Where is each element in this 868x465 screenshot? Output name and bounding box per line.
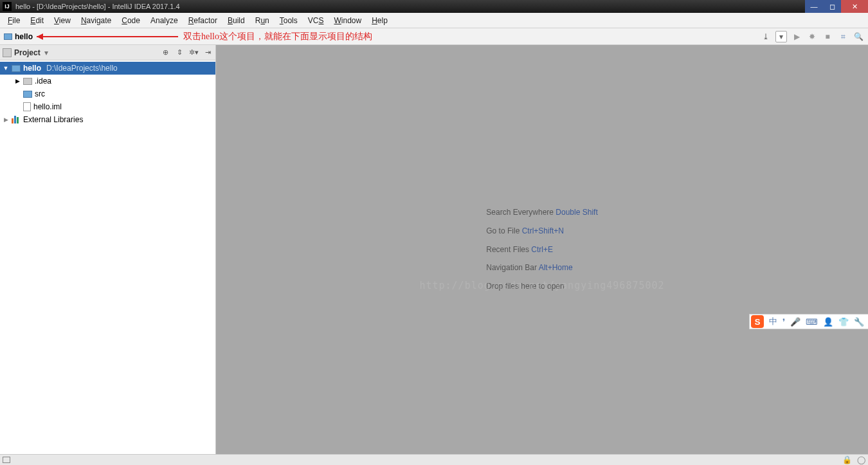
menu-build[interactable]: Build <box>222 14 250 27</box>
tree-item-label: External Libraries <box>23 115 83 124</box>
status-right: 🔒 ◯ <box>842 455 865 464</box>
ime-logo-icon[interactable]: S <box>751 315 764 328</box>
ime-lang-icon[interactable]: 中 <box>769 316 777 327</box>
expand-icon[interactable]: ▼ <box>3 65 9 71</box>
hint-row: Drop files here to open <box>486 277 597 296</box>
menu-refactor[interactable]: Refactor <box>183 14 222 27</box>
tree-item-idea[interactable]: ▶ .idea <box>0 75 215 87</box>
hint-row: Navigation Bar Alt+Home <box>486 259 597 277</box>
breadcrumb-label: hello <box>15 32 33 41</box>
search-icon[interactable]: 🔍 <box>853 31 864 42</box>
tree-root[interactable]: ▼ hello D:\IdeaProjects\hello <box>0 62 215 75</box>
module-icon <box>12 65 21 72</box>
status-bar: 🔒 ◯ <box>0 454 868 465</box>
hint-row: Go to File Ctrl+Shift+N <box>486 222 597 241</box>
locate-icon[interactable]: ⊕ <box>160 48 170 58</box>
hide-icon[interactable]: ⇥ <box>203 48 213 58</box>
hint-label: Drop files here to open <box>486 282 564 291</box>
project-sidebar: Project ▾ ⊕ ⇕ ✲▾ ⇥ ▼ hello D:\IdeaProjec… <box>0 45 216 454</box>
gear-icon[interactable]: ✲▾ <box>188 48 199 58</box>
menu-tools[interactable]: Tools <box>275 14 303 27</box>
window-title: hello - [D:\IdeaProjects\hello] - Intell… <box>15 3 805 10</box>
libraries-icon <box>12 116 21 123</box>
make-project-icon[interactable]: ⤓ <box>760 31 772 42</box>
project-panel-icon <box>3 48 12 57</box>
hint-shortcut: Ctrl+Shift+N <box>522 226 564 235</box>
source-folder-icon <box>23 91 32 98</box>
project-tree[interactable]: ▼ hello D:\IdeaProjects\hello ▶ .idea sr… <box>0 60 215 454</box>
project-panel-label: Project <box>14 48 41 57</box>
debug-icon[interactable]: ✸ <box>806 31 818 42</box>
hint-label: Navigation Bar <box>486 263 537 272</box>
ime-toolbar[interactable]: S 中 ❜ 🎤 ⌨ 👤 👕 🔧 <box>749 314 868 329</box>
content-row: Project ▾ ⊕ ⇕ ✲▾ ⇥ ▼ hello D:\IdeaProjec… <box>0 45 868 454</box>
hint-label: Recent Files <box>486 245 529 254</box>
menu-vcs[interactable]: VCS <box>303 14 329 27</box>
folder-icon <box>23 78 32 85</box>
menu-bar: File Edit View Navigate Code Analyze Ref… <box>0 13 868 28</box>
app-icon: IJ <box>3 2 12 11</box>
menu-analyze[interactable]: Analyze <box>145 14 183 27</box>
hint-shortcut: Ctrl+E <box>531 245 553 254</box>
navigation-bar: hello 双击hello这个项目，就能在下面显示项目的结构 ⤓ ▾ ▶ ✸ ■… <box>0 28 868 45</box>
hint-row: Search Everywhere Double Shift <box>486 203 597 222</box>
tree-item-label: .idea <box>35 77 51 86</box>
editor-hints: Search Everywhere Double Shift Go to Fil… <box>486 203 597 296</box>
menu-window[interactable]: Window <box>329 14 366 27</box>
expand-icon[interactable]: ▶ <box>3 116 9 123</box>
close-button[interactable]: ✕ <box>841 0 868 13</box>
hint-label: Search Everywhere <box>486 208 554 217</box>
window-controls: — ◻ ✕ <box>805 0 868 13</box>
tree-external-libraries[interactable]: ▶ External Libraries <box>0 113 215 126</box>
menu-view[interactable]: View <box>49 14 76 27</box>
tree-item-iml[interactable]: hello.iml <box>0 100 215 113</box>
hint-label: Go to File <box>486 226 520 235</box>
project-panel-header[interactable]: Project ▾ ⊕ ⇕ ✲▾ ⇥ <box>0 45 215 60</box>
annotation-arrow-head <box>37 33 43 40</box>
menu-run[interactable]: Run <box>250 14 275 27</box>
menu-help[interactable]: Help <box>366 14 393 27</box>
hint-shortcut: Alt+Home <box>539 263 573 272</box>
ime-tool-icon[interactable]: 🔧 <box>854 317 864 327</box>
ime-punct-icon[interactable]: ❜ <box>782 317 785 327</box>
menu-code[interactable]: Code <box>116 14 145 27</box>
stop-icon[interactable]: ■ <box>822 31 833 42</box>
tree-root-name: hello <box>23 64 41 73</box>
breadcrumb-project[interactable]: hello <box>4 32 33 41</box>
project-structure-icon[interactable]: ⌗ <box>837 31 849 42</box>
status-toggle-icon[interactable] <box>3 457 10 463</box>
collapse-icon[interactable]: ⇕ <box>174 48 185 58</box>
toolbar-right: ⤓ ▾ ▶ ✸ ■ ⌗ 🔍 <box>760 31 864 42</box>
hint-shortcut: Double Shift <box>556 208 597 217</box>
tree-item-src[interactable]: src <box>0 87 215 100</box>
ime-user-icon[interactable]: 👤 <box>823 317 833 327</box>
ime-skin-icon[interactable]: 👕 <box>838 317 849 327</box>
run-icon[interactable]: ▶ <box>791 31 802 42</box>
menu-edit[interactable]: Edit <box>25 14 49 27</box>
tree-root-path: D:\IdeaProjects\hello <box>46 64 118 73</box>
menu-navigate[interactable]: Navigate <box>76 14 116 27</box>
menu-file[interactable]: File <box>3 14 25 27</box>
project-panel-dropdown-icon[interactable]: ▾ <box>44 48 48 57</box>
tree-item-label: hello.iml <box>33 102 62 111</box>
annotation-arrow-line <box>37 36 178 37</box>
minimize-button[interactable]: — <box>805 0 823 13</box>
tree-item-label: src <box>35 89 45 98</box>
annotation-text: 双击hello这个项目，就能在下面显示项目的结构 <box>183 31 372 42</box>
ime-keyboard-icon[interactable]: ⌨ <box>806 317 818 327</box>
status-lock-icon[interactable]: 🔒 <box>842 455 852 464</box>
file-icon <box>23 102 31 111</box>
window-title-bar: IJ hello - [D:\IdeaProjects\hello] - Int… <box>0 0 868 13</box>
status-notify-icon[interactable]: ◯ <box>857 455 865 464</box>
run-config-dropdown[interactable]: ▾ <box>775 31 787 42</box>
ime-voice-icon[interactable]: 🎤 <box>790 317 800 327</box>
hint-row: Recent Files Ctrl+E <box>486 241 597 259</box>
expand-icon[interactable]: ▶ <box>14 78 21 84</box>
maximize-button[interactable]: ◻ <box>823 0 841 13</box>
editor-area[interactable]: Search Everywhere Double Shift Go to Fil… <box>216 45 868 454</box>
folder-icon <box>4 33 12 40</box>
